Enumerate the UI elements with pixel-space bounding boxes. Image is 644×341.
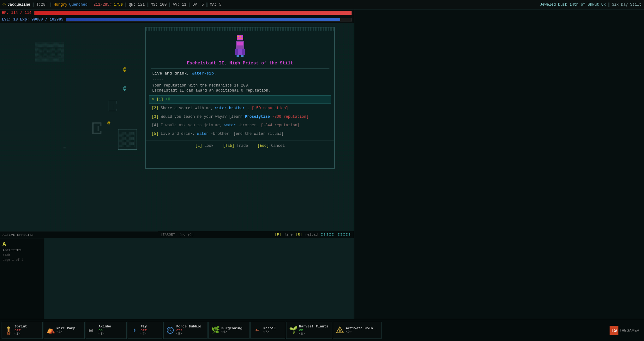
av-display: AV: 11 <box>173 3 186 7</box>
fire-reload-bar: [F] fire [R] reload IIIII IIIII <box>316 231 354 238</box>
dialog-option-4[interactable]: [4] I would ask you to join me, water -b… <box>149 122 331 129</box>
make-camp-key: <2> <box>57 330 75 334</box>
fly-state: off <box>141 328 147 332</box>
status-separator8: ║ <box>206 3 208 7</box>
harvest-plants-text: Harvest Plants on <8> <box>299 325 328 336</box>
reload-label: reload <box>305 233 318 236</box>
exp-bar-fill <box>66 18 340 21</box>
status-separator5: ║ <box>147 3 149 7</box>
status-separator6: ║ <box>169 3 171 7</box>
abilities-title: ABILITIES <box>3 248 41 252</box>
recoil-text: Recoil <7> <box>263 326 276 334</box>
player-name: Jacqueline <box>8 3 30 7</box>
status-separator4: ║ <box>125 3 127 7</box>
fly-key: <4> <box>141 332 147 336</box>
thegamer-icon: TG <box>610 326 618 335</box>
dialog-action-look[interactable]: [L] Look <box>195 144 214 148</box>
structure-1: ┌──┐│ │└──┘ <box>107 99 118 114</box>
right-panel: ≡ 🔒 ▲ ◆ 🔍 ⏳ 👤 ★ ⚙ ✖ ⬆ ⬇ Six Day Stilt <box>354 0 644 341</box>
force-bubble-state: off <box>176 328 201 332</box>
dialog-text-area: Live and drink, water-sib. <box>146 71 334 76</box>
exp-bar-container <box>66 18 352 21</box>
ms-display: MS: 100 <box>151 3 166 7</box>
svg-rect-2 <box>240 36 241 37</box>
hotbar-burgeoning[interactable]: 🌿 Burgeoning <6> <box>208 322 250 339</box>
svg-point-24 <box>7 326 10 329</box>
map-element-1: ≡ <box>63 146 66 151</box>
dialog-reputation-info2: Eschelstadt II can award an additional 0… <box>146 88 334 93</box>
harvest-plants-key: <8> <box>299 332 328 336</box>
svg-rect-10 <box>241 55 244 57</box>
exp-bar-row: LVL: 18 Exp: 99000 / 102985 <box>0 16 354 23</box>
svg-rect-5 <box>237 42 240 45</box>
hotbar-fly[interactable]: ✈ Fly off <4> <box>128 322 162 339</box>
hp-bar-fill <box>34 11 352 15</box>
svg-rect-25 <box>8 329 9 332</box>
ammo-bar-1: IIIII <box>321 233 334 236</box>
location-display: Six Day Stilt <box>612 3 641 7</box>
dialog-divider <box>151 68 329 69</box>
game-viewport: HP: 114 / 114 LVL: 18 Exp: 99000 / 10298… <box>0 0 354 341</box>
dialog-dashes: ----- <box>146 78 334 82</box>
hotbar-akimbo[interactable]: Akimbo on <3> <box>86 322 127 339</box>
date-display: Jeweled Dusk 14th of Shwut Ux <box>540 3 606 7</box>
npc-sprite-area <box>146 32 334 61</box>
burgeoning-key: <6> <box>221 330 242 334</box>
svg-rect-27 <box>9 332 10 335</box>
hotbar-sprint[interactable]: Sprint off <1> <box>2 322 43 339</box>
fire-label: fire <box>284 233 292 236</box>
hp-bar-container <box>34 11 352 15</box>
akimbo-state: on <box>99 328 111 332</box>
hotbar-recoil[interactable]: ↩ Recoil <7> <box>250 322 285 339</box>
npc-pixel-art <box>232 35 248 57</box>
burgeoning-name: Burgeoning <box>221 326 242 330</box>
harvest-plants-icon: 🌱 <box>288 326 298 335</box>
ma-display: MA: 5 <box>210 3 221 7</box>
dialog-options: > [1] +0 [2] Share a secret with me, wat… <box>146 95 334 138</box>
hotbar-make-camp[interactable]: ⛺ Make Camp <2> <box>44 322 85 339</box>
activate-holo-text: Activate Holo... <9> <box>346 326 379 334</box>
player-icon: ☺ <box>3 2 6 8</box>
make-camp-text: Make Camp <2> <box>57 326 75 334</box>
activate-holo-icon <box>335 326 345 335</box>
water-sib-text: water-sib <box>192 71 214 76</box>
dialog-box: Eschelstadt II, High Priest of the Stilt… <box>145 27 335 169</box>
status-separator: ║ <box>32 3 34 7</box>
akimbo-text: Akimbo on <3> <box>99 325 111 336</box>
status-bar: ☺ Jacqueline ║ T:28° ║ Hungry Quenched ║… <box>0 0 644 9</box>
make-camp-name: Make Camp <box>57 326 75 330</box>
fly-text: Fly off <4> <box>141 325 147 336</box>
status-separator2: ║ <box>50 3 52 7</box>
svg-rect-26 <box>7 332 9 335</box>
npc-world-3: @ <box>107 121 111 126</box>
burgeoning-icon: 🌿 <box>211 326 220 335</box>
status-separator9: ║ <box>608 3 610 7</box>
activate-holo-key: <9> <box>346 330 379 334</box>
dialog-option-5[interactable]: [5] Live and drink, water -brother. [end… <box>149 130 331 138</box>
force-bubble-icon <box>166 326 175 335</box>
structure-2: ┌──────┐│░░░░░░││░░░░░░││░░░░░░│└──────┘ <box>117 127 138 152</box>
dialog-action-trade[interactable]: [Tab] Trade <box>223 144 248 148</box>
sprint-key: <1> <box>15 332 27 336</box>
hotbar-force-bubble[interactable]: Force Bubble off <5> <box>163 322 208 339</box>
sprint-icon <box>4 326 13 335</box>
map-tile: ▒▒▒▒▒▒▒▒▒▒▒▒░░░░░░░░░▒▒░░░░░░░░░▒▒▒▒▒▒▒▒… <box>35 42 64 62</box>
hotbar-activate-holo[interactable]: Activate Holo... <9> <box>333 322 382 339</box>
dialog-option-1[interactable]: > [1] +0 <box>149 95 331 104</box>
akimbo-name: Akimbo <box>99 325 111 328</box>
dialog-option-3[interactable]: [3] Would you teach me your ways? [learn… <box>149 113 331 121</box>
svg-rect-9 <box>237 55 239 57</box>
hotbar-harvest-plants[interactable]: 🌱 Harvest Plants on <8> <box>286 322 332 339</box>
fly-icon: ✈ <box>130 326 139 335</box>
dialog-actions: [L] Look [Tab] Trade [Esc] Cancel <box>146 140 334 151</box>
hp-bar-row: HP: 114 / 114 <box>0 9 354 16</box>
exp-label: LVL: 18 Exp: 99000 / 102985 <box>2 17 63 22</box>
npc-world-1: @ <box>123 67 126 73</box>
thegamer-text: THEGAMER <box>620 328 639 332</box>
dialog-option-2[interactable]: [2] Share a secret with me, water-brothe… <box>149 105 331 112</box>
stilt-structure: ╔══╗║ ║╚══╝ <box>92 121 102 136</box>
dialog-action-cancel[interactable]: [Esc] Cancel <box>257 144 285 148</box>
svg-rect-8 <box>238 49 242 55</box>
svg-rect-1 <box>238 36 239 37</box>
status-separator3: ║ <box>89 3 92 7</box>
